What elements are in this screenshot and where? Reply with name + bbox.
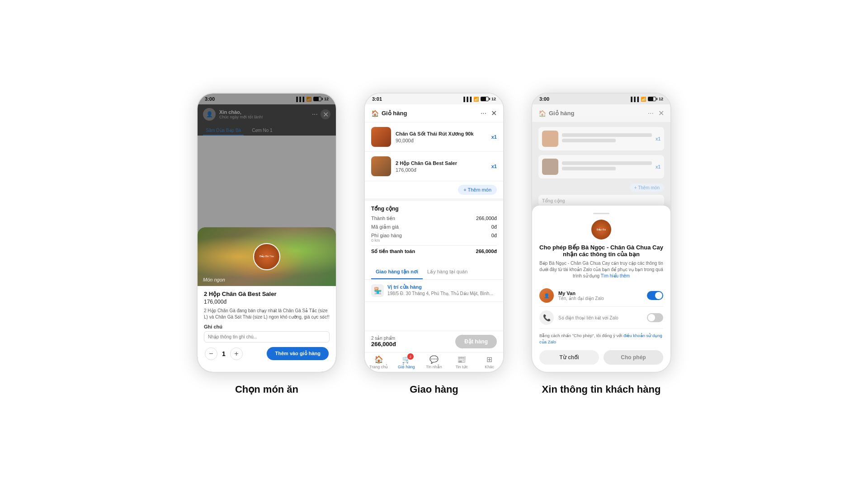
phone3-header: 🏠 Giỏ hàng ··· ✕ bbox=[532, 104, 670, 122]
nav-cart-label: Giỏ hàng bbox=[398, 365, 415, 369]
phone2-frame: 3:01 ▐▐▐ 📶 12 🏠 Giỏ hàng ··· ✕ bbox=[364, 93, 504, 373]
cart-item-1-price: 90,000đ bbox=[396, 138, 487, 143]
phone2-header: 🏠 Giỏ hàng ··· ✕ bbox=[365, 104, 503, 122]
location-row: 🏪 Vị trí cửa hàng 198/5 Đ. 30 Tháng 4, P… bbox=[365, 280, 503, 302]
home-icon3: 🏠 bbox=[538, 110, 546, 117]
cart-bottom-info: 2 sản phẩm 266,000đ bbox=[371, 336, 396, 347]
dialog-buttons: Từ chối Cho phép bbox=[539, 350, 663, 365]
refuse-button[interactable]: Từ chối bbox=[539, 350, 599, 365]
delivery-tabs: Giao hàng tận nơi Lấy hàng tại quán bbox=[365, 265, 503, 280]
blurred-total: Tổng cộng bbox=[538, 195, 664, 207]
phone3-time: 3:00 bbox=[539, 96, 549, 102]
perm-row-2: 📞 Số điện thoại liên kết với Zalo bbox=[539, 307, 663, 329]
blurred-item-2: x1 bbox=[538, 155, 664, 178]
header-close-icon[interactable]: ✕ bbox=[491, 109, 497, 117]
dialog-handle bbox=[593, 213, 609, 214]
phone2-wrapper: 3:01 ▐▐▐ 📶 12 🏠 Giỏ hàng ··· ✕ bbox=[364, 93, 504, 395]
discount-label: Mã giảm giá bbox=[371, 224, 399, 230]
header-close-icon3: ✕ bbox=[658, 109, 664, 117]
cart-item-2-info: 2 Hộp Chân Gà Best Saler 176,000đ bbox=[396, 160, 487, 173]
blurred-line-2 bbox=[562, 139, 616, 142]
phone1-label: Chọn món ăn bbox=[235, 384, 298, 395]
phone2-time: 3:01 bbox=[372, 96, 382, 102]
dialog-agree-text: Bằng cách nhấn "Cho phép", tôi đồng ý vớ… bbox=[539, 333, 622, 338]
shipping-label-group: Phí giao hàng 0 km bbox=[371, 233, 402, 243]
battery-icon2 bbox=[481, 97, 489, 101]
totals-title: Tổng cộng bbox=[371, 206, 497, 212]
product-title: 2 Hộp Chân Gà Best Saler bbox=[204, 291, 330, 297]
cart-header-title: Giỏ hàng bbox=[382, 110, 407, 117]
perm-row-1: 👤 My Van Tên, ảnh đại diện Zalo bbox=[539, 285, 663, 307]
phone3-header-actions: ··· ✕ bbox=[648, 109, 664, 117]
note-input[interactable] bbox=[204, 331, 330, 343]
modal-actions: − 1 + Thêm vào giỏ hàng bbox=[204, 347, 330, 360]
shipping-sub: 0 km bbox=[371, 238, 402, 243]
qty-increase-button[interactable]: + bbox=[230, 347, 243, 360]
header-more-icon3: ··· bbox=[648, 109, 654, 117]
perm1-info: My Van Tên, ảnh đại diện Zalo bbox=[558, 291, 642, 301]
tab-pickup[interactable]: Lấy hàng tại quán bbox=[423, 265, 472, 279]
nav-news-icon: 📰 bbox=[457, 355, 466, 364]
wifi-icon3: 📶 bbox=[641, 97, 646, 102]
nav-home[interactable]: 🏠 Trang chủ bbox=[365, 352, 392, 372]
blurred-text-1 bbox=[562, 133, 652, 144]
nav-news[interactable]: 📰 Tin tức bbox=[448, 352, 476, 372]
phone3-wrapper: 3:00 ▐▐▐ 📶 12 🏠 Giỏ hàng ··· ✕ bbox=[531, 93, 671, 395]
header-more-icon[interactable]: ··· bbox=[481, 109, 486, 117]
store-logo: Bếp Bà Tàu bbox=[253, 243, 280, 270]
battery-icon3 bbox=[648, 97, 656, 101]
perm1-name: My Van bbox=[558, 291, 642, 296]
subtotal-label: Thành tiền bbox=[371, 216, 395, 221]
tab-delivery[interactable]: Giao hàng tận nơi bbox=[371, 265, 423, 279]
shipping-row: Phí giao hàng 0 km 0đ bbox=[371, 233, 497, 243]
phone3-header-title: 🏠 Giỏ hàng bbox=[538, 110, 574, 117]
nav-cart[interactable]: 🛒 2 Giỏ hàng bbox=[392, 352, 420, 372]
order-button[interactable]: Đặt hàng bbox=[455, 335, 497, 348]
blurred-line-1 bbox=[562, 133, 652, 137]
perm1-avatar: 👤 bbox=[539, 288, 554, 303]
nav-message[interactable]: 💬 Tin nhắn bbox=[420, 352, 448, 372]
cart-item-2-name: 2 Hộp Chân Gà Best Saler bbox=[396, 160, 487, 166]
discount-row: Mã giảm giá 0đ bbox=[371, 224, 497, 230]
perm1-toggle[interactable] bbox=[647, 291, 663, 300]
allow-button[interactable]: Cho phép bbox=[604, 350, 663, 365]
permission-dialog: Bếp Bà Cho phép Bếp Bà Ngọc - Chân Gà Ch… bbox=[532, 206, 670, 372]
modal-body: 2 Hộp Chân Gà Best Saler 176,000đ 2 Hộp … bbox=[198, 286, 336, 365]
product-desc: 2 Hộp Chân Gà đang bán chạy nhất là Chân… bbox=[204, 308, 330, 320]
qty-decrease-button[interactable]: − bbox=[205, 347, 217, 360]
phone3-frame: 3:00 ▐▐▐ 📶 12 🏠 Giỏ hàng ··· ✕ bbox=[531, 93, 671, 373]
dialog-desc: Bếp Bà Ngọc - Chân Gà Chua Cay cần truy … bbox=[539, 260, 663, 279]
blurred-qty-2: x1 bbox=[656, 164, 660, 169]
cart-item-2: 2 Hộp Chân Gà Best Saler 176,000đ x1 bbox=[365, 152, 503, 181]
perm2-label: Số điện thoại liên kết với Zalo bbox=[558, 315, 642, 320]
blurred-line-4 bbox=[562, 167, 616, 170]
dialog-title: Cho phép Bếp Bà Ngọc - Chân Gà Chua Cay … bbox=[539, 244, 663, 258]
cart-item-1-info: Chân Gà Sốt Thái Rút Xương 90k 90,000đ bbox=[396, 131, 487, 143]
battery-level2: 12 bbox=[491, 97, 496, 101]
location-name: Vị trí cửa hàng bbox=[387, 284, 497, 290]
perm2-toggle[interactable] bbox=[647, 313, 663, 322]
phone1-frame: 3:00 ▐▐▐ 📶 12 👤 Xin chào, Chúc ngày mới … bbox=[197, 93, 337, 373]
nav-message-icon: 💬 bbox=[429, 355, 439, 364]
cart-item-1-image bbox=[371, 127, 391, 147]
cart-item-1-name: Chân Gà Sốt Thái Rút Xương 90k bbox=[396, 131, 487, 137]
perm1-sub: Tên, ảnh đại diện Zalo bbox=[558, 296, 642, 301]
nav-more-label: Khác bbox=[485, 365, 494, 369]
subtotal-value: 266,000đ bbox=[476, 216, 497, 221]
product-price: 176,000đ bbox=[204, 299, 330, 305]
nav-more[interactable]: ⊞ Khác bbox=[476, 352, 503, 372]
phone2-status-bar: 3:01 ▐▐▐ 📶 12 bbox=[365, 94, 503, 104]
shipping-value: 0đ bbox=[491, 233, 497, 243]
blurred-img-2 bbox=[542, 159, 558, 175]
nav-more-icon: ⊞ bbox=[486, 355, 492, 364]
blurred-add-more: + Thêm món bbox=[538, 183, 664, 191]
cart-bottom: 2 sản phẩm 266,000đ Đặt hàng bbox=[365, 331, 503, 352]
add-to-cart-button[interactable]: Thêm vào giỏ hàng bbox=[267, 347, 329, 360]
quantity-control: − 1 + bbox=[205, 347, 243, 360]
phone1-wrapper: 3:00 ▐▐▐ 📶 12 👤 Xin chào, Chúc ngày mới … bbox=[197, 93, 337, 395]
phone2-label: Giao hàng bbox=[410, 384, 458, 395]
subtotal-row: Thành tiền 266,000đ bbox=[371, 216, 497, 221]
dialog-learn-more-link[interactable]: Tìm hiểu thêm bbox=[601, 273, 630, 278]
location-details: Vị trí cửa hàng 198/5 Đ. 30 Tháng 4, Phú… bbox=[387, 284, 497, 296]
add-more-button[interactable]: + Thêm món bbox=[458, 185, 497, 195]
